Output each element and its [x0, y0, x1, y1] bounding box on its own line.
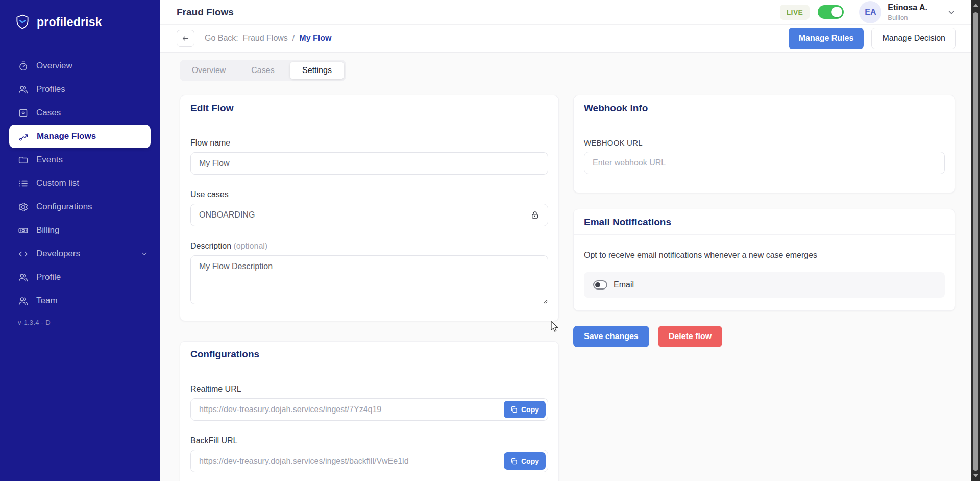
left-column: Edit Flow Flow name Use cases — [180, 95, 559, 481]
configurations-title: Configurations — [190, 349, 548, 360]
edit-flow-card: Edit Flow Flow name Use cases — [180, 95, 559, 321]
banknote-icon — [18, 225, 29, 236]
toolbar-actions: Manage Rules Manage Decision — [789, 28, 956, 49]
copy-icon — [510, 458, 518, 465]
breadcrumb: Go Back: Fraud Flows / My Flow — [205, 34, 331, 43]
webhook-url-label: WEBHOOK URL — [584, 138, 945, 147]
sidebar-item-developers[interactable]: Developers — [0, 242, 160, 266]
copy-backfill-url-button[interactable]: Copy — [504, 452, 546, 470]
flow-name-input[interactable] — [190, 152, 548, 175]
sidebar-item-custom-list[interactable]: Custom list — [0, 172, 160, 195]
backfill-url-label: BackFill URL — [190, 436, 548, 445]
sidebar: profiledrisk OverviewProfilesCasesManage… — [0, 0, 160, 481]
vertical-scrollbar[interactable] — [971, 0, 980, 481]
right-column: Webhook Info WEBHOOK URL Email Notificat… — [573, 95, 955, 347]
brand: profiledrisk — [0, 0, 160, 31]
email-notifications-card: Email Notifications Opt to receive email… — [573, 209, 955, 311]
code-icon — [18, 249, 29, 259]
sidebar-item-billing[interactable]: Billing — [0, 219, 160, 242]
sidebar-item-profiles[interactable]: Profiles — [0, 78, 160, 101]
use-cases-input[interactable] — [190, 204, 548, 226]
edit-flow-title: Edit Flow — [190, 103, 548, 114]
app-version: v-1.3.4 - D — [0, 319, 160, 326]
people-icon — [18, 296, 29, 306]
description-textarea[interactable]: My Flow Description — [190, 255, 548, 304]
delete-flow-button[interactable]: Delete flow — [658, 326, 722, 347]
sidebar-nav: OverviewProfilesCasesManage FlowsEventsC… — [0, 54, 160, 312]
tab-settings[interactable]: Settings — [290, 62, 344, 79]
tab-cases[interactable]: Cases — [236, 62, 290, 79]
scrollbar-down-arrow[interactable] — [971, 472, 980, 480]
arrow-left-icon — [181, 34, 190, 43]
live-toggle-knob — [831, 7, 842, 17]
user-name: Etinosa A. — [888, 3, 927, 12]
lock-icon — [530, 210, 540, 220]
sidebar-item-profile[interactable]: Profile — [0, 266, 160, 289]
people-icon — [18, 272, 29, 283]
manage-rules-button[interactable]: Manage Rules — [789, 28, 864, 49]
webhook-url-input[interactable] — [584, 152, 945, 174]
breadcrumb-current: My Flow — [299, 34, 331, 43]
copy-icon — [510, 406, 518, 413]
email-toggle-row: Email — [584, 272, 945, 298]
main-area: Fraud Flows LIVE EA Etinosa A. Bullion — [160, 0, 971, 481]
sidebar-item-team[interactable]: Team — [0, 289, 160, 312]
folder-icon — [18, 155, 29, 165]
page-title: Fraud Flows — [177, 7, 234, 18]
description-label: Description — [190, 242, 231, 250]
live-toggle[interactable] — [818, 5, 844, 19]
chevron-down-icon — [140, 250, 149, 258]
scrollbar-up-arrow[interactable] — [971, 1, 980, 9]
people-icon — [18, 84, 29, 95]
user-org: Bullion — [888, 14, 927, 21]
trend-icon — [18, 131, 29, 142]
list-icon — [18, 178, 29, 189]
inbox-icon — [18, 108, 29, 118]
backfill-url-input[interactable] — [190, 450, 548, 472]
breadcrumb-separator: / — [292, 34, 295, 43]
realtime-url-label: Realtime URL — [190, 384, 548, 394]
email-toggle-label: Email — [614, 280, 634, 290]
sidebar-item-cases[interactable]: Cases — [0, 101, 160, 125]
sidebar-item-events[interactable]: Events — [0, 148, 160, 172]
use-cases-label: Use cases — [190, 190, 548, 199]
form-actions: Save changes Delete flow — [573, 326, 955, 347]
save-changes-button[interactable]: Save changes — [573, 326, 649, 347]
top-header: Fraud Flows LIVE EA Etinosa A. Bullion — [160, 0, 971, 25]
sidebar-item-configurations[interactable]: Configurations — [0, 195, 160, 219]
manage-decision-button[interactable]: Manage Decision — [871, 28, 956, 49]
email-notifications-description: Opt to receive email notifications whene… — [584, 251, 945, 260]
tab-bar: OverviewCasesSettings — [180, 60, 346, 81]
scrollbar-thumb[interactable] — [973, 12, 978, 471]
copy-realtime-url-button[interactable]: Copy — [504, 401, 546, 418]
go-back-label: Go Back: — [205, 34, 238, 43]
sidebar-item-manage-flows[interactable]: Manage Flows — [9, 125, 151, 148]
breadcrumb-parent[interactable]: Fraud Flows — [243, 34, 288, 43]
avatar: EA — [859, 1, 881, 23]
tab-overview[interactable]: Overview — [182, 62, 236, 79]
gauge-icon — [18, 61, 29, 71]
chevron-down-icon[interactable] — [947, 8, 956, 17]
gear-icon — [18, 202, 29, 212]
flow-name-label: Flow name — [190, 138, 548, 148]
shield-chevron-icon — [14, 13, 31, 31]
brand-name: profiledrisk — [37, 15, 102, 29]
sidebar-item-overview[interactable]: Overview — [0, 54, 160, 78]
webhook-info-title: Webhook Info — [584, 103, 945, 114]
go-back-button[interactable] — [177, 30, 194, 47]
email-toggle[interactable] — [593, 280, 607, 290]
header-right: LIVE EA Etinosa A. Bullion — [780, 1, 956, 23]
configurations-card: Configurations Realtime URL Copy — [180, 341, 559, 481]
description-optional-label: (optional) — [233, 242, 267, 250]
user-menu[interactable]: EA Etinosa A. Bullion — [859, 1, 956, 23]
realtime-url-input[interactable] — [190, 398, 548, 421]
live-badge: LIVE — [780, 5, 810, 20]
breadcrumb-toolbar: Go Back: Fraud Flows / My Flow Manage Ru… — [160, 25, 971, 53]
webhook-info-card: Webhook Info WEBHOOK URL — [573, 95, 955, 193]
content: OverviewCasesSettings Edit Flow Flow nam… — [160, 53, 971, 481]
email-notifications-title: Email Notifications — [584, 217, 945, 228]
columns: Edit Flow Flow name Use cases — [180, 95, 971, 481]
